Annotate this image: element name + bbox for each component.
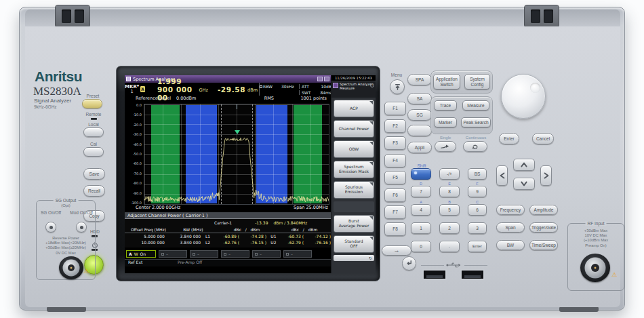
arrow-left-button[interactable] <box>496 165 508 186</box>
system-config-button[interactable]: System Config <box>464 74 490 90</box>
anritsu-ms2830a-front-panel: Anritsu MS2830A Signal Analyzer 9kHz-6GH… <box>0 0 644 318</box>
knob-dimple <box>530 83 540 93</box>
softkey-spurious-emission[interactable]: SpuriousEmission <box>334 181 374 199</box>
usb-port-2[interactable] <box>460 269 485 280</box>
shift-button[interactable] <box>411 168 431 180</box>
keypad-enter-key[interactable]: Enter <box>468 241 487 252</box>
menu-more-icon[interactable]: ↻ <box>334 255 374 261</box>
arrow-right-button[interactable] <box>540 165 552 186</box>
menu-section-name: Measure <box>340 86 355 90</box>
anritsu-logo: Anritsu <box>35 68 82 85</box>
measure-button[interactable]: Measure <box>462 100 489 111</box>
sg-reverse-power-notes: Reverse Power +18dBm Max(<20MHz) +30dBm … <box>37 236 95 256</box>
trace-tab[interactable]: – <box>190 250 218 258</box>
key-8[interactable]: 8 <box>439 186 460 197</box>
key-blank-app[interactable] <box>407 125 432 136</box>
key-4[interactable]: 4 <box>411 204 431 216</box>
trace-tab-active[interactable]: AWOn <box>126 250 156 258</box>
application-switch-button[interactable]: Application Switch <box>433 74 460 90</box>
key-f8[interactable]: F8 <box>384 222 406 236</box>
return-button[interactable] <box>402 256 416 271</box>
key-decimal[interactable]: . <box>439 241 460 252</box>
menu-top-button[interactable] <box>390 79 405 94</box>
spectrum-analyzer-app-icon <box>126 77 131 81</box>
key-sg[interactable]: SG <box>407 109 432 121</box>
key-9[interactable]: 9 <box>468 186 487 197</box>
mod-onoff-button[interactable] <box>76 222 87 233</box>
trace-tab[interactable]: – <box>252 250 281 258</box>
trigger-gate-button[interactable]: Trigger/Gate <box>529 222 558 233</box>
usb-port-1[interactable] <box>422 269 447 280</box>
enter-button[interactable]: Enter <box>499 133 519 144</box>
cal-label: Cal <box>83 142 104 146</box>
peak-search-button[interactable]: Peak Search <box>461 117 491 127</box>
span-button[interactable]: Span <box>496 222 525 233</box>
key-2[interactable]: 2 <box>439 222 460 234</box>
rf-input-notes: +30dBm Max 10V DC Max (+10dBm Max Preamp… <box>568 228 624 248</box>
key-3[interactable]: 3 <box>468 222 487 234</box>
warning-icon: ⚠ <box>83 268 89 275</box>
softkey-spectrum-emission-mask[interactable]: SpectrumEmission Mask <box>334 161 374 178</box>
bw-button[interactable]: BW <box>496 240 525 250</box>
trace-button[interactable]: Trace <box>434 100 457 111</box>
continuous-sweep-icon <box>471 144 479 150</box>
backspace-key[interactable]: BS <box>468 168 487 180</box>
plot-area <box>144 104 329 205</box>
trace-tab[interactable]: – <box>159 250 187 258</box>
softkey-standard-off[interactable]: StandardOFF <box>334 235 374 253</box>
key-f6[interactable]: F6 <box>384 188 406 202</box>
center-span-row: Center 2.000 00GHz Span 25.00MHz <box>125 205 331 212</box>
window-menu-icon[interactable] <box>324 77 329 81</box>
menu-header: Spectrum Analyzer Measure <box>331 81 376 98</box>
trace-tab[interactable]: – <box>283 250 312 258</box>
preset-button[interactable] <box>82 99 102 108</box>
ref-level-label: Reference Level <box>136 96 171 101</box>
key-f7[interactable]: F7 <box>384 205 406 219</box>
cal-button[interactable] <box>83 147 104 157</box>
rack-handle-right <box>524 5 559 28</box>
key-f4[interactable]: F4 <box>384 154 406 167</box>
key-appli[interactable]: Appli <box>407 142 432 153</box>
recall-button[interactable]: Recall <box>83 185 105 197</box>
rf-input-title: RF Input <box>586 221 607 226</box>
marker-button[interactable]: Marker <box>434 117 457 127</box>
key-f5[interactable]: F5 <box>384 171 406 184</box>
local-label: Local <box>83 122 104 127</box>
carrier-bandwidth: dBm / 3.840MHz <box>273 220 307 225</box>
menu-next-button[interactable]: → <box>382 245 411 256</box>
window-restore-icon[interactable] <box>317 77 323 81</box>
time-sweep-button[interactable]: Time/Sweep <box>529 240 558 250</box>
frequency-button[interactable]: Frequency <box>496 205 525 215</box>
acp-column-headers: Offset Freq (MHz) BW (MHz) dBc / dBm dBc… <box>125 227 331 233</box>
key-f2[interactable]: F2 <box>384 119 406 133</box>
softkey-acp[interactable]: ACP <box>334 100 374 117</box>
continuous-sweep-button[interactable] <box>463 141 487 152</box>
single-sweep-button[interactable] <box>435 141 456 152</box>
arrow-down-button[interactable] <box>513 178 535 190</box>
key-spa[interactable]: SPA <box>407 74 432 85</box>
local-button[interactable] <box>83 127 104 137</box>
key-f1[interactable]: F1 <box>384 102 406 115</box>
cancel-button[interactable]: Cancel <box>532 133 554 144</box>
softkey-channel-power[interactable]: Channel Power <box>334 120 374 138</box>
key-6[interactable]: 6 <box>468 204 487 216</box>
product-name: Signal Analyzer <box>34 98 71 104</box>
att-value: 10dB <box>314 84 331 89</box>
marker-1-symbol[interactable] <box>235 130 240 137</box>
key-5[interactable]: 5 <box>439 204 460 216</box>
key-1[interactable]: 1 <box>411 222 431 234</box>
save-button[interactable]: Save <box>83 168 105 180</box>
key-sa[interactable]: SA <box>407 93 432 104</box>
key-7[interactable]: 7 <box>411 186 431 197</box>
softkey-obw[interactable]: OBW <box>334 140 374 158</box>
sg-onoff-button[interactable] <box>45 222 56 233</box>
arrow-up-button[interactable] <box>513 159 535 171</box>
preamp-status: Pre-Amp Off <box>178 260 202 264</box>
key-0[interactable]: 0 <box>411 241 431 252</box>
amplitude-button[interactable]: Amplitude <box>529 205 558 215</box>
softkey-burst-average-power[interactable]: BurstAverage Power <box>334 215 374 233</box>
rotary-knob[interactable] <box>501 74 546 119</box>
trace-tab[interactable]: – <box>221 250 249 258</box>
plus-minus-key[interactable]: -/+ <box>439 168 460 180</box>
key-f3[interactable]: F3 <box>384 136 406 150</box>
